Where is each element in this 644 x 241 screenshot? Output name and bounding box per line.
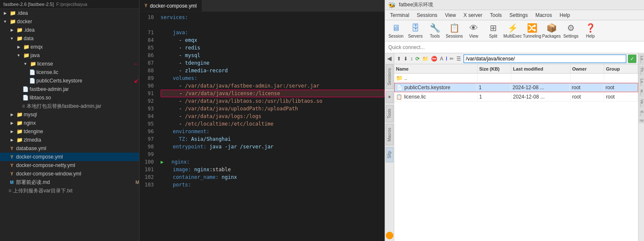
sftp-I-icon[interactable]: I — [445, 55, 448, 62]
sidebar-tab-tools[interactable]: Tools — [386, 105, 393, 122]
code-line-101: image: nginx:stable — [161, 166, 385, 173]
sftp-sync-icon[interactable]: ↕ — [409, 55, 414, 62]
menu-terminal[interactable]: Terminal — [387, 11, 412, 19]
sftp-cell-owner: root — [570, 92, 604, 101]
toolbar-multiexec-btn[interactable]: ⚡ MultiExec — [503, 22, 522, 40]
sidebar-tab-favorites[interactable]: ★ — [386, 91, 393, 103]
toolbar-sessions2-btn[interactable]: 📋 Sessions — [445, 22, 464, 40]
expand-icon: ▶ — [8, 28, 15, 32]
toolbar-session-btn[interactable]: 🖥 Session — [387, 22, 405, 40]
tree-item-docker-compose-yml[interactable]: Y docker-compose.yml — [0, 153, 139, 161]
sftp-A-icon[interactable]: A — [439, 55, 444, 62]
tree-item-emqx[interactable]: ▶ 📁 emqx — [0, 43, 139, 51]
red-arrow-2: ↙ — [134, 77, 139, 84]
tree-item-idea-docker[interactable]: ▶ 📁 .idea — [0, 26, 139, 34]
menu-sessions[interactable]: Sessions — [413, 11, 441, 19]
toolbar-packages-btn[interactable]: 📦 Packages — [542, 22, 561, 40]
sftp-modified-license: 2024-12-08 ... — [513, 94, 545, 100]
folder-icon: 📁 — [16, 36, 23, 41]
tree-label: tdengine — [24, 129, 139, 134]
col-name[interactable]: Name — [394, 64, 478, 73]
sftp-download-icon[interactable]: ⬇ — [403, 55, 409, 62]
toolbar-view-btn[interactable]: 👁 View — [464, 22, 483, 40]
tree-item-docker-compose-window-yml[interactable]: Y docker-compose-window.yml — [0, 170, 139, 178]
code-line-87: - tdengine — [161, 59, 385, 67]
toolbar-help-btn[interactable]: ❓ Help — [581, 22, 600, 40]
tree-label: docker-compose-window.yml — [16, 171, 139, 177]
quickconnect-input[interactable] — [388, 44, 641, 50]
code-line-10: services: — [161, 14, 385, 21]
toolbar-split-btn[interactable]: ⊞ Split — [484, 22, 502, 40]
tree-item-zlmedia[interactable]: ▶ 📁 zlmedia — [0, 136, 139, 144]
tree-item-database-yml[interactable]: Y database.yml — [0, 144, 139, 153]
sftp-path-ok-btn[interactable]: ✓ — [628, 55, 636, 63]
tree-item-localreplace[interactable]: ≡ 本地打包后替换fastbee-admin.jar — [0, 102, 139, 110]
expand-icon: ▶ — [8, 138, 15, 142]
tree-item-java[interactable]: ▼ 📁 java — [0, 51, 139, 60]
menu-xserver[interactable]: X server — [460, 11, 486, 19]
editor-tab-docker-compose[interactable]: Y docker-compose.yml — [139, 0, 202, 11]
menu-help[interactable]: Help — [556, 11, 573, 19]
tree-item-idea-root[interactable]: ▶ 📁 .idea — [0, 9, 139, 17]
sftp-properties-icon[interactable]: ☰ — [456, 55, 462, 62]
sftp-path-input[interactable] — [464, 55, 626, 63]
tree-item-publiccerts[interactable]: 📄 publicCerts.keystore ↙ — [0, 77, 139, 85]
run-icon[interactable]: ▶ — [161, 158, 164, 166]
sftp-row-parent[interactable]: 📁 .. — [394, 74, 638, 83]
sftp-row-licenseic[interactable]: 📋 license.lic 1 2024-12-08 ... root root — [394, 92, 638, 101]
col-modified[interactable]: Last modified — [511, 64, 570, 73]
toolbar-settings-btn[interactable]: ⚙ Settings — [562, 22, 580, 40]
tree-label: fastbee-admin.jar — [30, 86, 139, 92]
menu-tools[interactable]: Tools — [487, 11, 505, 19]
menu-view[interactable]: View — [442, 11, 459, 19]
tree-label: database.yml — [16, 145, 139, 151]
tree-item-docker[interactable]: ▼ 📁 docker — [0, 17, 139, 26]
tree-item-beiyu-md[interactable]: M 部署前必读.md M — [0, 178, 139, 186]
sidebar-collapse-btn[interactable]: ◀ — [387, 55, 392, 62]
file-icon-keystore: 📄 — [29, 78, 35, 84]
session-icon: 🖥 — [392, 23, 400, 33]
sidebar-tab-sftp[interactable]: Sftp — [386, 147, 393, 162]
sessions2-icon: 📋 — [449, 23, 460, 33]
file-tree: fastbee-2.6 [fastbee-2.5] F:/project/kai… — [0, 0, 139, 241]
tree-item-data[interactable]: ▼ 📁 data — [0, 34, 139, 43]
folder-icon: 📁 — [9, 19, 16, 25]
sftp-group-license: root — [606, 94, 615, 100]
sftp-folder-icon[interactable]: 📁 — [421, 55, 429, 62]
sftp-cell-name: 📋 license.lic — [394, 92, 478, 101]
toolbar-tools-btn[interactable]: 🔧 Tools — [426, 22, 444, 40]
menu-settings[interactable]: Settings — [506, 11, 531, 19]
folder-up-label: .. — [404, 75, 407, 81]
tree-item-upload-txt[interactable]: ≡ 上传到服务器var目录下.txt — [0, 186, 139, 195]
menu-macros[interactable]: Macros — [532, 11, 555, 19]
sftp-edit-icon[interactable]: ✏ — [449, 55, 455, 62]
tree-item-fastbee-admin[interactable]: 📄 fastbee-admin.jar — [0, 85, 139, 93]
sidebar-tab-sessions[interactable]: Sessions — [386, 64, 393, 89]
tree-item-nginx[interactable]: ▶ 📁 nginx — [0, 119, 139, 127]
settings-icon: ⚙ — [567, 23, 575, 33]
red-arrow-1: ← — [133, 60, 139, 67]
toolbar-tunneling-btn[interactable]: 🔀 Tunneling — [523, 22, 541, 40]
tree-item-docker-compose-netty-yml[interactable]: Y docker-compose-netty.yml — [0, 161, 139, 170]
toolbar-view-label: View — [469, 34, 478, 38]
ide-panel: fastbee-2.6 [fastbee-2.5] F:/project/kai… — [0, 0, 385, 241]
sftp-stop-icon[interactable]: ⛔ — [430, 55, 438, 62]
ssh-titlebar: 🐝 fatbee演示环境 — [385, 0, 644, 10]
col-owner[interactable]: Owner — [570, 64, 604, 73]
sftp-row-publiccerts[interactable]: 📄 publicCerts.keystore 1 2024-12-08 ... … — [394, 83, 638, 92]
tree-item-license-lic[interactable]: 📄 license.lic — [0, 68, 139, 77]
status-indicator[interactable] — [386, 232, 393, 239]
tree-item-license[interactable]: ▼ 📁 license ← — [0, 60, 139, 68]
col-size[interactable]: Size (KB) — [478, 64, 511, 73]
toolbar-servers-btn[interactable]: 🗄 Servers — [406, 22, 425, 40]
tree-item-mysql[interactable]: ▶ 📁 mysql — [0, 110, 139, 119]
sidebar-tab-macros[interactable]: Macros — [386, 124, 393, 145]
col-group[interactable]: Group — [604, 64, 638, 73]
tree-item-libtaos[interactable]: 📄 libtaos.so — [0, 93, 139, 102]
sftp-refresh-icon[interactable]: ⟳ — [415, 55, 420, 62]
folder-icon: 📁 — [23, 52, 30, 58]
tree-item-tdengine[interactable]: ▶ 📁 tdengine — [0, 127, 139, 136]
sftp-upload-icon[interactable]: ⬆ — [396, 55, 402, 62]
code-line-86: - mysql — [161, 52, 385, 59]
split-icon: ⊞ — [490, 23, 497, 33]
